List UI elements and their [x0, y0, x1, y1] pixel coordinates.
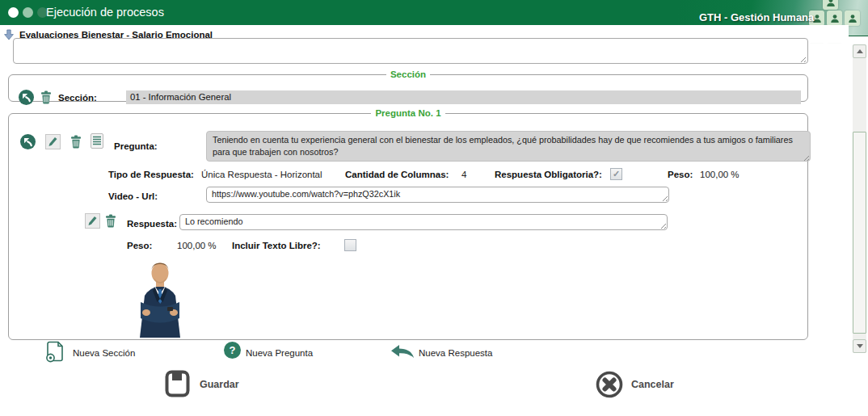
answer-edit-button[interactable]: [85, 213, 100, 229]
document-icon: [93, 136, 101, 146]
new-question-label[interactable]: Nueva Pregunta: [246, 348, 313, 358]
description-textarea[interactable]: [13, 38, 808, 64]
window-dots: [8, 7, 48, 18]
new-section-button[interactable]: [46, 341, 65, 363]
cancel-x-icon: [596, 371, 623, 398]
video-url-input[interactable]: https://www.youtube.com/watch?v=phzQ32cX…: [206, 187, 669, 203]
question-weight-label: Peso:: [668, 170, 693, 179]
vertical-scrollbar[interactable]: [853, 44, 866, 353]
question-label: Pregunta:: [114, 141, 158, 151]
section-name-input[interactable]: 01 - Información General: [126, 90, 801, 104]
required-checkbox[interactable]: ✓: [610, 168, 622, 180]
new-answer-button[interactable]: [390, 344, 415, 359]
save-button[interactable]: [165, 370, 190, 397]
free-text-label: Incluir Texto Libre?:: [232, 241, 321, 250]
process-execution-window: Ejecución de procesos GTH - Gestión Huma…: [0, 0, 868, 416]
scrollbar-thumb[interactable]: [853, 132, 866, 334]
scroll-down-button[interactable]: [853, 339, 866, 353]
trash-icon: [70, 135, 82, 149]
window-dot-icon: [23, 7, 33, 18]
section-fieldset: Sección Sección: 01 - Información Genera…: [8, 69, 808, 102]
answer-input[interactable]: Lo recomiendo: [179, 214, 668, 230]
scroll-down-arrow-icon: [857, 344, 863, 348]
save-label[interactable]: Guardar: [200, 379, 239, 390]
cancel-label[interactable]: Cancelar: [631, 379, 674, 390]
response-type-label: Tipo de Respuesta:: [108, 170, 194, 179]
answer-delete-button[interactable]: [105, 214, 116, 228]
pencil-icon: [87, 216, 98, 226]
question-return-button[interactable]: [20, 134, 36, 149]
free-text-checkbox[interactable]: [344, 239, 356, 251]
save-icon: [165, 370, 190, 397]
people-cube-icon: [823, 0, 838, 10]
required-label: Respuesta Obligatoria?:: [495, 170, 602, 179]
trash-icon: [40, 90, 52, 104]
answer-label: Respuesta:: [127, 219, 177, 229]
reply-arrow-icon: [390, 344, 415, 359]
people-cube-icon: [827, 11, 842, 26]
window-title: Ejecución de procesos: [46, 6, 164, 19]
answer-weight-label: Peso:: [127, 241, 152, 250]
people-cube-icon: [845, 11, 860, 26]
new-question-button[interactable]: ?: [224, 342, 241, 359]
question-notes-button[interactable]: [91, 133, 103, 149]
response-type-value: Única Respuesta - Horizontal: [201, 170, 322, 179]
window-dot-icon: [8, 7, 19, 18]
section-label: Sección:: [58, 93, 120, 103]
trash-icon: [105, 214, 116, 228]
columns-value: 4: [461, 170, 466, 179]
video-url-label: Video - Url:: [108, 191, 158, 201]
question-edit-button[interactable]: [45, 134, 61, 149]
new-section-label[interactable]: Nueva Sección: [73, 348, 135, 358]
question-weight-value: 100,00 %: [700, 170, 739, 179]
question-delete-button[interactable]: [70, 135, 82, 149]
section-delete-button[interactable]: [40, 90, 52, 104]
new-answer-label[interactable]: Nueva Respuesta: [419, 348, 492, 358]
cancel-button[interactable]: [596, 371, 623, 398]
section-legend: Sección: [386, 69, 430, 79]
answer-weight-value: 100,00 %: [177, 241, 217, 250]
brand-label: GTH - Gestión Humana: [699, 11, 814, 23]
question-legend: Pregunta No. 1: [371, 108, 445, 118]
scroll-up-button[interactable]: [853, 44, 866, 58]
pencil-icon: [48, 137, 58, 147]
return-arrow-icon: [19, 90, 34, 105]
scroll-up-arrow-icon: [857, 49, 863, 53]
answer-person-photo: [129, 254, 192, 338]
columns-label: Cantidad de Columnas:: [345, 170, 449, 179]
question-textarea[interactable]: Teniendo en cuenta tu experiencia genera…: [206, 131, 811, 162]
section-return-button[interactable]: [19, 90, 34, 105]
new-page-icon: [46, 341, 65, 363]
return-arrow-icon: [20, 134, 36, 149]
question-fieldset: Pregunta No. 1: [8, 108, 808, 340]
